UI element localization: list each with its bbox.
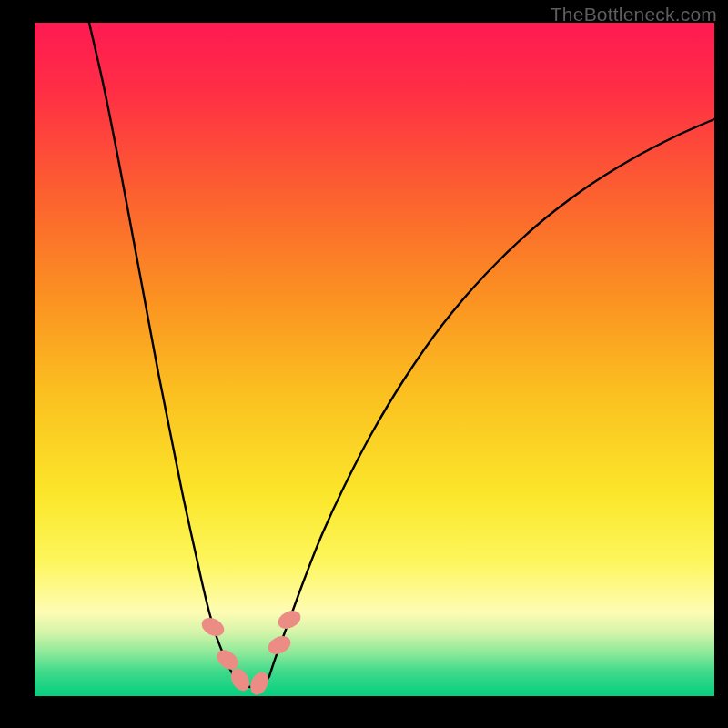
plot-area xyxy=(35,23,714,696)
chart-frame: TheBottleneck.com xyxy=(0,0,728,728)
chart-canvas xyxy=(35,23,714,696)
watermark-text: TheBottleneck.com xyxy=(551,4,717,25)
gradient-background xyxy=(35,23,714,696)
